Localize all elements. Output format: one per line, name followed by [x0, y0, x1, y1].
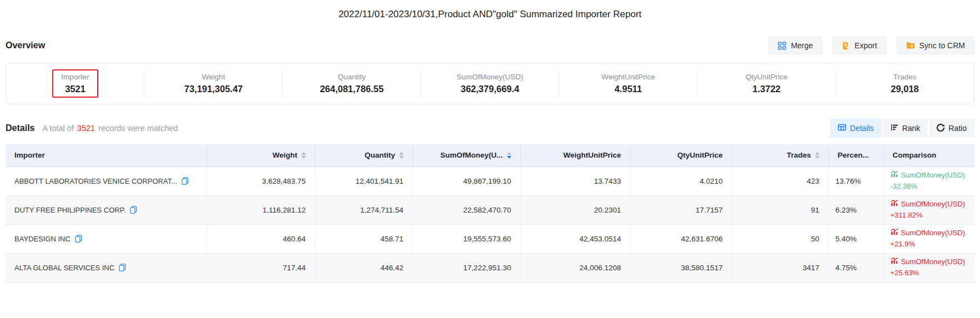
column-header-label: SumOfMoney(U...: [440, 151, 503, 159]
comparison-change-value: +21.9%: [891, 239, 966, 250]
details-heading: Details: [6, 123, 34, 133]
trades-cell: 3417: [732, 253, 828, 282]
importer-name: DUTY FREE PHILIPPINES CORP.: [14, 206, 125, 214]
trend-chart-icon: [891, 228, 898, 239]
stat-label: Importer: [61, 73, 89, 81]
weight-unit-price-cell: 42,453.0514: [520, 224, 630, 253]
importer-name: ALTA GLOBAL SERVICES INC: [14, 264, 114, 272]
overview-stat: Importer 3521: [6, 63, 144, 104]
column-header-comparison: Comparison: [883, 144, 974, 166]
table-row[interactable]: DUTY FREE PHILIPPINES CORP. 1,116,281.12…: [6, 195, 974, 224]
copy-icon[interactable]: [119, 264, 126, 271]
stat-value: 73,191,305.47: [184, 84, 243, 94]
details-table: Importer Weight Quantity SumOfMoney(U...…: [6, 144, 974, 285]
copy-icon[interactable]: [182, 177, 189, 185]
column-header-weight[interactable]: Weight: [207, 144, 315, 166]
merge-button-label: Merge: [791, 41, 813, 50]
percent-cell: 5.40%: [828, 224, 883, 253]
match-prefix: A total of: [42, 124, 73, 133]
sort-carets-icon[interactable]: [507, 152, 511, 159]
sort-carets-icon[interactable]: [301, 152, 306, 159]
export-button[interactable]: Export: [832, 37, 886, 54]
stat-value: 4.9511: [615, 84, 642, 94]
sort-carets-icon[interactable]: [399, 152, 404, 159]
column-header-weightunitprice: WeightUnitPrice: [520, 144, 630, 166]
table-row[interactable]: ABBOTT LABORATORIES VENICE CORPORAT... 3…: [6, 166, 974, 195]
column-header-qtyunitprice: QtyUnitPrice: [630, 144, 732, 166]
copy-icon[interactable]: [130, 206, 137, 214]
percent-cell: 6.23%: [828, 195, 883, 224]
stat-label: Quantity: [338, 73, 365, 81]
overview-stat: Weight 73,191,305.47: [144, 63, 283, 104]
trend-chart-icon: [891, 256, 898, 267]
column-header-quantity[interactable]: Quantity: [315, 144, 413, 166]
trades-cell: 50: [732, 224, 828, 253]
match-summary: A total of3521records were matched: [42, 124, 178, 133]
table-row[interactable]: BAYDESIGN INC 460.64 458.71 19,555,573.6…: [6, 224, 974, 253]
ratio-icon: [937, 124, 944, 133]
trend-chart-icon: [891, 170, 898, 181]
overview-stat: Quantity 264,081,786.55: [283, 63, 421, 104]
column-header-label: QtyUnitPrice: [677, 151, 723, 159]
tab-ratio[interactable]: Ratio: [929, 119, 974, 138]
percent-cell: 13.76%: [828, 166, 883, 195]
export-icon: [842, 42, 850, 50]
partial-table-row: [6, 282, 974, 285]
comparison-metric-label: SumOfMoney(USD): [901, 228, 966, 239]
stat-label: SumOfMoney(USD): [456, 73, 523, 81]
overview-stats-card: Importer 3521 Weight 73,191,305.47 Quant…: [6, 63, 974, 104]
overview-stat: Trades 29,018: [836, 63, 974, 104]
overview-heading: Overview: [6, 41, 45, 51]
stat-value: 3521: [65, 84, 86, 94]
rank-icon: [891, 124, 898, 133]
tab-details[interactable]: Details: [830, 119, 882, 138]
column-header-label: Importer: [14, 151, 45, 159]
merge-button[interactable]: Merge: [768, 37, 822, 54]
comparison-cell: SumOfMoney(USD) +21.9%: [883, 224, 974, 253]
sum-of-money-cell: 22,582,470.70: [413, 195, 520, 224]
column-header-sumofmoney-u[interactable]: SumOfMoney(U...: [413, 144, 520, 166]
qty-unit-price-cell: 17.7157: [630, 195, 732, 224]
weight-unit-price-cell: 24,006.1208: [520, 253, 630, 282]
quantity-cell: 1,274,711.54: [315, 195, 413, 224]
importer-name: ABBOTT LABORATORIES VENICE CORPORAT...: [14, 177, 177, 185]
stat-label: QtyUnitPrice: [746, 73, 788, 81]
sort-carets-icon[interactable]: [815, 152, 820, 159]
column-header-trades[interactable]: Trades: [732, 144, 828, 166]
column-header-percen: Percen...: [828, 144, 883, 166]
stat-value: 1.3722: [752, 84, 780, 94]
comparison-cell: SumOfMoney(USD) +311.82%: [883, 195, 974, 224]
quantity-cell: 446.42: [315, 253, 413, 282]
weight-unit-price-cell: 13.7433: [520, 166, 630, 195]
copy-icon[interactable]: [75, 235, 82, 243]
column-header-label: Percen...: [838, 151, 869, 159]
column-header-label: Weight: [273, 151, 298, 159]
table-row[interactable]: ALTA GLOBAL SERVICES INC 717.44 446.42 1…: [6, 253, 974, 282]
comparison-change-value: +25.63%: [891, 267, 966, 279]
qty-unit-price-cell: 4.0210: [630, 166, 732, 195]
stat-value: 29,018: [891, 84, 918, 94]
details-header-row: Details A total of3521records were match…: [6, 119, 974, 138]
stat-label: Weight: [202, 73, 225, 81]
sync-folder-icon: [906, 42, 915, 49]
sum-of-money-cell: 17,222,951.30: [413, 253, 520, 282]
toolbar-buttons: Merge Export Sync to CRM: [768, 37, 974, 54]
comparison-cell: SumOfMoney(USD) -32.36%: [883, 166, 974, 195]
overview-stat: SumOfMoney(USD) 362,379,669.4: [421, 63, 559, 104]
column-header-label: Comparison: [893, 151, 937, 159]
column-header-label: Quantity: [365, 151, 395, 159]
importer-name: BAYDESIGN INC: [14, 235, 71, 243]
table-icon: [838, 124, 846, 133]
tab-rank[interactable]: Rank: [883, 119, 928, 138]
weight-cell: 717.44: [207, 253, 315, 282]
stat-value: 362,379,669.4: [461, 84, 520, 94]
trades-cell: 423: [732, 166, 828, 195]
table-header-row: Importer Weight Quantity SumOfMoney(U...…: [6, 144, 974, 166]
sync-to-crm-button[interactable]: Sync to CRM: [897, 37, 974, 54]
weight-cell: 3,628,483.75: [207, 166, 315, 195]
sync-to-crm-button-label: Sync to CRM: [919, 41, 965, 50]
match-count: 3521: [77, 124, 95, 133]
sum-of-money-cell: 19,555,573.60: [413, 224, 520, 253]
comparison-metric-label: SumOfMoney(USD): [901, 170, 966, 181]
details-table-wrap: Importer Weight Quantity SumOfMoney(U...…: [6, 144, 974, 285]
